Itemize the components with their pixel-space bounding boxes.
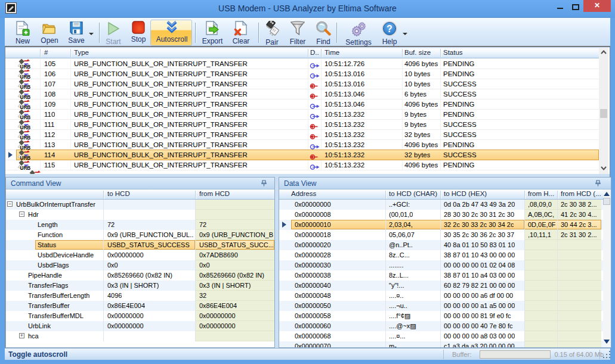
svg-text:URB: URB [20,145,31,150]
svg-text:URB: URB [20,85,31,89]
svg-text:URB: URB [20,74,31,79]
svg-text:URB: URB [20,95,31,99]
svg-text:?: ? [387,24,393,34]
svg-text:URB: URB [20,166,31,170]
svg-text:URB: URB [20,64,31,69]
svg-text:URB: URB [20,115,31,119]
svg-text:URB: URB [20,135,31,139]
svg-text:URB: URB [20,155,31,160]
svg-text:URB: URB [20,125,31,129]
svg-text:URB: URB [20,105,31,109]
